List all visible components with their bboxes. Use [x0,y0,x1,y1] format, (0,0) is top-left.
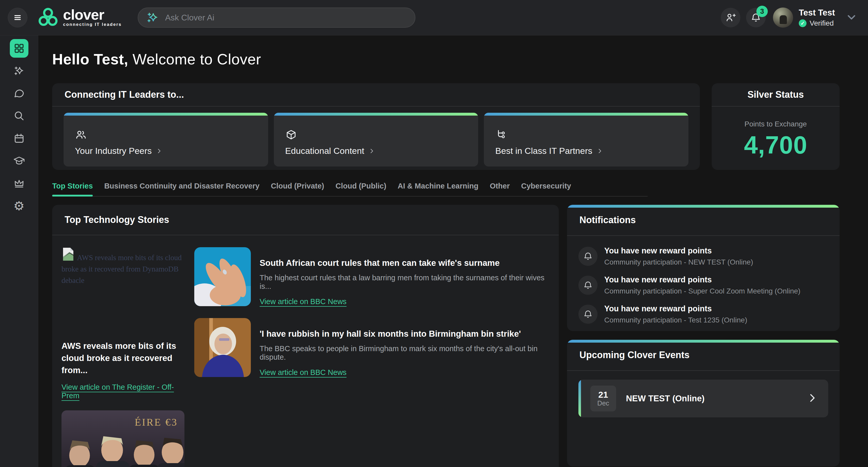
notifications-card: Notifications You have new reward points… [567,205,840,331]
promo-label: Your Industry Peers [75,146,152,156]
chevron-right-icon [596,148,603,154]
hierarchy-icon [495,129,507,141]
ai-sparkle-icon [146,11,159,24]
upcoming-events-card: Upcoming Clover Events 21 Dec NEW TEST (… [567,340,840,466]
sidebar-item-membership[interactable] [10,174,28,193]
event-month: Dec [597,399,609,407]
story-description: The highest court rules that a law barri… [259,273,550,291]
graduation-cap-icon [13,155,25,167]
event-day: 21 [598,390,608,399]
verified-label: Verified [810,19,834,27]
clover-logo-icon [37,6,59,29]
clover-logo[interactable]: clover connecting IT leaders [37,6,122,29]
user-avatar[interactable] [773,7,793,28]
story-item-surname[interactable]: South African court rules that men can t… [194,247,550,306]
calendar-icon [13,133,25,144]
people-icon [75,129,87,141]
story-link[interactable]: View article on BBC News [259,368,346,377]
notification-title: You have new reward points [604,275,800,285]
page-greeting: Hello Test, Welcome to Clover [52,51,840,68]
sidebar-item-education[interactable] [10,151,28,170]
crown-icon [13,177,25,189]
event-date: 21 Dec [590,385,616,411]
notification-description: Community participation - Test 1235 (Onl… [604,316,747,324]
event-item-new-test[interactable]: 21 Dec NEW TEST (Online) [579,380,828,417]
tab-top-stories[interactable]: Top Stories [52,182,93,190]
user-name: Test Test [799,8,835,18]
notification-item[interactable]: You have new reward points Community par… [579,246,828,266]
notification-description: Community participation - NEW TEST (Onli… [604,258,753,266]
add-user-button[interactable] [721,8,740,27]
story-thumbnail-hands [194,247,251,306]
tab-cloud-public[interactable]: Cloud (Public) [336,182,386,190]
band-photo-illustration [61,424,184,467]
promo-industry-peers[interactable]: Your Industry Peers [64,113,268,167]
hamburger-icon [13,13,22,22]
story-title: AWS reveals more bits of its cloud broke… [61,340,185,376]
verified-check-icon: ✓ [799,20,807,27]
connecting-title: Connecting IT Leaders to... [65,89,184,100]
tab-ai-machine-learning[interactable]: AI & Machine Learning [398,182,478,190]
story-description: The BBC speaks to people in Birmingham t… [259,344,550,361]
settings-gear-icon: ⚙ [13,200,25,212]
silver-status-title: Silver Status [747,89,804,100]
story-item-bin-strike[interactable]: 'I have rubbish in my hall six months in… [194,318,550,377]
story-thumbnail-woman [194,318,251,377]
sidebar-item-search[interactable] [10,107,28,125]
sidebar-item-dashboard[interactable] [10,39,28,58]
points-value: 4,700 [712,131,840,159]
clover-dashboard: clover connecting IT leaders [0,0,868,467]
chevron-right-icon [368,148,375,154]
tab-other[interactable]: Other [490,182,510,190]
notification-item[interactable]: You have new reward points Community par… [579,275,828,295]
sidebar-item-ai[interactable] [10,62,28,80]
add-user-icon [725,12,736,23]
bell-icon [579,304,597,324]
logo-tagline: connecting IT leaders [63,22,122,27]
chevron-right-icon [807,392,818,404]
upcoming-events-title: Upcoming Clover Events [580,350,689,360]
ask-clover-ai-searchbar[interactable] [138,7,415,28]
main-content: Hello Test, Welcome to Clover Connecting… [38,35,868,467]
event-chevron [807,392,818,405]
search-input[interactable] [165,13,407,23]
bell-icon [579,247,597,266]
sidebar-item-calendar[interactable] [10,129,28,148]
cube-icon [285,129,297,141]
story-link[interactable]: View article on The Register - Off-Prem [61,383,185,400]
ai-sparkles-icon [13,65,25,77]
user-menu-chevron[interactable] [845,11,858,24]
chevron-right-icon [156,148,162,154]
chat-bubble-icon [13,87,25,99]
notification-description: Community participation - Super Cool Zoo… [604,287,800,295]
broken-image-icon [61,247,75,262]
tab-cloud-private[interactable]: Cloud (Private) [271,182,324,190]
notifications-button[interactable]: 3 [746,8,766,27]
story-image-stamp[interactable]: ÉIRE €3 [61,410,184,467]
story-title: 'I have rubbish in my hall six months in… [259,329,550,339]
hamburger-menu-button[interactable] [8,8,27,27]
tab-business-continuity[interactable]: Business Continuity and Disaster Recover… [104,182,259,190]
notification-title: You have new reward points [604,304,747,313]
top-stories-title: Top Technology Stories [65,214,169,225]
notification-title: You have new reward points [604,246,753,256]
silver-status-card: Silver Status Points to Exchange 4,700 [712,83,840,170]
notification-item[interactable]: You have new reward points Community par… [579,304,828,324]
dashboard-grid-icon [13,42,25,54]
aws-image-alt-text: AWS reveals more bits of its cloud broke… [61,254,182,285]
promo-label: Educational Content [285,146,364,156]
search-icon [13,110,25,122]
story-item-aws[interactable]: AWS reveals more bits of its cloud broke… [61,247,185,467]
promo-it-partners[interactable]: Best in Class IT Partners [484,113,688,167]
sidebar-item-chat[interactable] [10,84,28,103]
notifications-count-badge: 3 [756,6,768,17]
sidebar-item-settings[interactable]: ⚙ [10,197,28,215]
promo-educational-content[interactable]: Educational Content [274,113,478,167]
sidebar: ⚙ [0,35,38,467]
topbar: clover connecting IT leaders [0,0,868,35]
category-tabs: Top Stories Business Continuity and Disa… [52,182,648,197]
connecting-card: Connecting IT Leaders to... Your Industr… [52,83,700,170]
points-to-exchange-label: Points to Exchange [712,120,840,128]
tab-cybersecurity[interactable]: Cybersecurity [521,182,571,190]
story-link[interactable]: View article on BBC News [259,297,346,306]
